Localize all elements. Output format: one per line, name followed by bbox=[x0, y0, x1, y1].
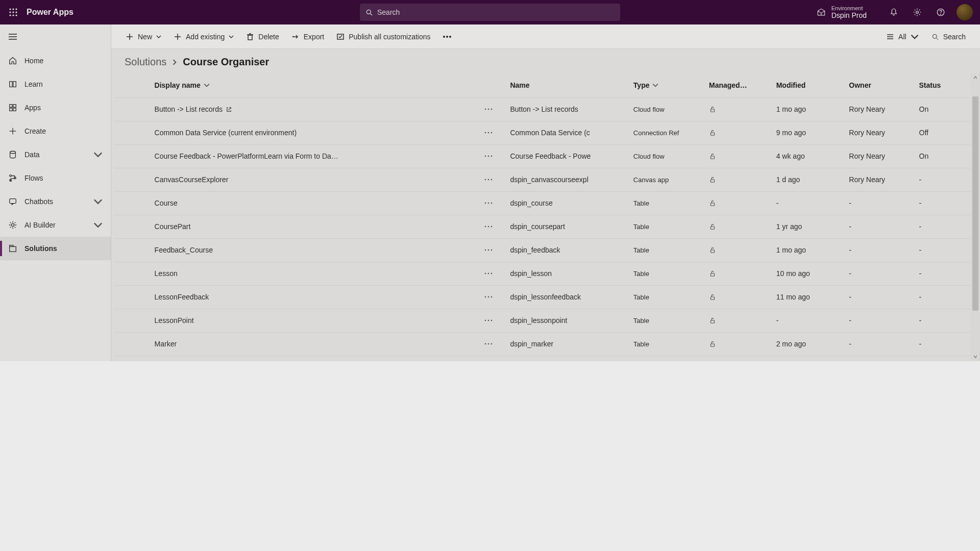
table-row[interactable]: LessonFeedbackdspin_lessonfeedbackTable1… bbox=[114, 285, 977, 309]
export-label: Export bbox=[304, 33, 324, 41]
col-type[interactable]: Type bbox=[628, 73, 704, 97]
nav-item-home[interactable]: Home bbox=[0, 49, 111, 72]
nav-item-create[interactable]: Create bbox=[0, 119, 111, 143]
help-button[interactable] bbox=[930, 0, 951, 24]
nav-item-flows[interactable]: Flows bbox=[0, 166, 111, 190]
nav-toggle-button[interactable] bbox=[0, 24, 111, 49]
col-status[interactable]: Status bbox=[914, 73, 977, 97]
scroll-down-icon[interactable] bbox=[971, 352, 980, 361]
scroll-up-icon[interactable] bbox=[971, 73, 980, 82]
settings-button[interactable] bbox=[906, 0, 928, 24]
table-row[interactable]: Feedback_Coursedspin_feedbackTable1 mo a… bbox=[114, 238, 977, 262]
row-more-button[interactable] bbox=[484, 202, 493, 204]
row-more-button[interactable] bbox=[484, 155, 493, 157]
svg-point-9 bbox=[366, 10, 371, 14]
scrollbar-thumb[interactable] bbox=[972, 96, 978, 311]
nav-item-apps[interactable]: Apps bbox=[0, 96, 111, 119]
row-name: Common Data Service (c bbox=[505, 121, 628, 144]
row-owner: - bbox=[844, 309, 914, 332]
export-button[interactable]: Export bbox=[286, 24, 329, 48]
col-managed[interactable]: Managed… bbox=[704, 73, 771, 97]
row-more-button[interactable] bbox=[484, 108, 493, 110]
lock-open-icon bbox=[709, 130, 716, 138]
vertical-scrollbar[interactable] bbox=[971, 73, 980, 361]
user-avatar[interactable] bbox=[957, 4, 973, 20]
table-row[interactable]: CanvasCourseExplorerdspin_canvascourseex… bbox=[114, 168, 977, 191]
nav-item-aibuilder[interactable]: AI Builder bbox=[0, 213, 111, 237]
app-launcher-icon[interactable] bbox=[5, 4, 21, 20]
row-more-button[interactable] bbox=[484, 343, 493, 345]
svg-point-11 bbox=[916, 11, 919, 14]
row-more-button[interactable] bbox=[484, 296, 493, 298]
row-display-name[interactable]: LessonFeedback bbox=[155, 293, 209, 301]
chevron-down-icon bbox=[911, 33, 919, 41]
row-more-button[interactable] bbox=[484, 226, 493, 228]
nav-item-learn[interactable]: Learn bbox=[0, 72, 111, 96]
row-more-button[interactable] bbox=[484, 249, 493, 251]
more-commands-button[interactable] bbox=[438, 24, 456, 48]
environment-picker[interactable]: Environment Dspin Prod bbox=[810, 3, 873, 22]
table-row[interactable]: Button -> List recordsButton -> List rec… bbox=[114, 97, 977, 121]
row-display-name[interactable]: Common Data Service (current environment… bbox=[155, 129, 297, 137]
svg-point-87 bbox=[487, 320, 489, 321]
row-display-name[interactable]: Marker bbox=[155, 340, 177, 348]
table-row[interactable]: Markerdspin_markerTable2 mo ago-- bbox=[114, 332, 977, 356]
svg-point-2 bbox=[15, 8, 17, 10]
row-display-name[interactable]: Feedback_Course bbox=[155, 246, 213, 254]
row-more-button[interactable] bbox=[484, 179, 493, 181]
row-display-name[interactable]: Button -> List records bbox=[155, 105, 223, 113]
row-owner: - bbox=[844, 215, 914, 238]
svg-point-74 bbox=[484, 249, 486, 251]
row-owner: Rory Neary bbox=[844, 168, 914, 191]
table-row[interactable]: LessonPointdspin_lessonpointTable--- bbox=[114, 309, 977, 332]
brand-title[interactable]: Power Apps bbox=[27, 8, 74, 17]
row-more-button[interactable] bbox=[484, 132, 493, 134]
global-search-input[interactable] bbox=[377, 8, 615, 16]
row-owner: - bbox=[844, 238, 914, 262]
col-name[interactable]: Name bbox=[505, 73, 628, 97]
svg-point-55 bbox=[487, 132, 489, 134]
table-row[interactable]: Lessondspin_lessonTable10 mo ago-- bbox=[114, 262, 977, 285]
svg-point-83 bbox=[487, 296, 489, 298]
row-display-name[interactable]: Course bbox=[155, 199, 178, 207]
table-row[interactable]: Common Data Service (current environment… bbox=[114, 121, 977, 144]
new-button-label: New bbox=[138, 33, 152, 41]
global-search[interactable] bbox=[360, 4, 620, 21]
table-row[interactable]: Course Feedback - PowerPlatformLearn via… bbox=[114, 144, 977, 168]
row-display-name[interactable]: LessonPoint bbox=[155, 316, 194, 324]
row-status: On bbox=[914, 97, 977, 121]
row-status: Off bbox=[914, 121, 977, 144]
svg-point-91 bbox=[487, 343, 489, 345]
aibuilder-icon bbox=[8, 220, 17, 230]
delete-button[interactable]: Delete bbox=[241, 24, 284, 48]
notifications-button[interactable] bbox=[883, 0, 904, 24]
breadcrumb-root[interactable]: Solutions bbox=[125, 56, 166, 68]
row-more-button[interactable] bbox=[484, 319, 493, 321]
col-modified[interactable]: Modified bbox=[771, 73, 844, 97]
table-row[interactable]: Coursedspin_courseTable--- bbox=[114, 191, 977, 215]
view-filter-button[interactable]: All bbox=[881, 24, 924, 48]
table-row[interactable]: CoursePartdspin_coursepartTable1 yr ago-… bbox=[114, 215, 977, 238]
row-owner: Rory Neary bbox=[844, 97, 914, 121]
nav-item-solutions[interactable]: Solutions bbox=[0, 237, 111, 260]
col-display-name[interactable]: Display name bbox=[150, 73, 472, 97]
nav-item-data[interactable]: Data bbox=[0, 143, 111, 166]
new-button[interactable]: New bbox=[120, 24, 166, 48]
row-display-name[interactable]: CoursePart bbox=[155, 222, 191, 231]
svg-point-88 bbox=[491, 320, 492, 321]
nav-item-chatbots[interactable]: Chatbots bbox=[0, 190, 111, 213]
open-external-icon[interactable] bbox=[223, 106, 232, 113]
svg-point-39 bbox=[292, 36, 293, 37]
grid-search-button[interactable]: Search bbox=[926, 24, 971, 48]
row-display-name[interactable]: CanvasCourseExplorer bbox=[155, 176, 229, 184]
row-display-name[interactable]: Lesson bbox=[155, 269, 178, 278]
publish-all-button[interactable]: Publish all customizations bbox=[331, 24, 435, 48]
col-owner[interactable]: Owner bbox=[844, 73, 914, 97]
row-more-button[interactable] bbox=[484, 272, 493, 274]
row-managed bbox=[704, 285, 771, 309]
svg-point-13 bbox=[941, 14, 941, 14]
grid-search-label: Search bbox=[943, 33, 966, 41]
add-existing-button[interactable]: Add existing bbox=[168, 24, 239, 48]
svg-rect-81 bbox=[710, 273, 714, 276]
row-display-name[interactable]: Course Feedback - PowerPlatformLearn via… bbox=[155, 152, 338, 160]
